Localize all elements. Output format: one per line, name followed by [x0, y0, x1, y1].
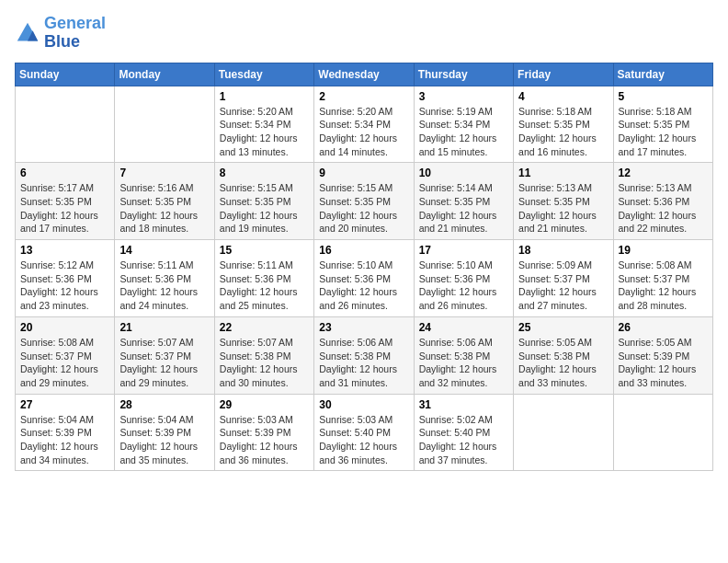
- day-number: 3: [419, 90, 508, 103]
- calendar-cell: 18Sunrise: 5:09 AM Sunset: 5:37 PM Dayli…: [514, 240, 613, 317]
- day-number: 18: [518, 244, 608, 257]
- calendar-week-row: 27Sunrise: 5:04 AM Sunset: 5:39 PM Dayli…: [16, 394, 713, 471]
- day-number: 15: [220, 244, 309, 257]
- day-info: Sunrise: 5:20 AM Sunset: 5:34 PM Dayligh…: [319, 105, 408, 159]
- calendar-cell: 4Sunrise: 5:18 AM Sunset: 5:35 PM Daylig…: [514, 86, 613, 163]
- calendar-cell: 14Sunrise: 5:11 AM Sunset: 5:36 PM Dayli…: [115, 240, 214, 317]
- day-info: Sunrise: 5:17 AM Sunset: 5:35 PM Dayligh…: [20, 181, 109, 236]
- calendar-cell: 23Sunrise: 5:06 AM Sunset: 5:38 PM Dayli…: [314, 316, 414, 394]
- day-info: Sunrise: 5:18 AM Sunset: 5:35 PM Dayligh…: [518, 105, 608, 159]
- day-number: 7: [119, 167, 209, 179]
- day-info: Sunrise: 5:08 AM Sunset: 5:37 PM Dayligh…: [619, 259, 708, 313]
- day-info: Sunrise: 5:12 AM Sunset: 5:36 PM Dayligh…: [20, 259, 109, 313]
- calendar-cell: 31Sunrise: 5:02 AM Sunset: 5:40 PM Dayli…: [414, 394, 513, 471]
- day-number: 27: [20, 398, 109, 411]
- day-number: 2: [319, 90, 408, 103]
- day-number: 24: [419, 321, 508, 334]
- day-number: 5: [619, 90, 708, 103]
- day-number: 30: [319, 398, 408, 411]
- day-number: 1: [220, 90, 309, 103]
- calendar-cell: 8Sunrise: 5:15 AM Sunset: 5:35 PM Daylig…: [214, 163, 313, 240]
- calendar-week-row: 13Sunrise: 5:12 AM Sunset: 5:36 PM Dayli…: [16, 240, 713, 317]
- calendar-cell: 11Sunrise: 5:13 AM Sunset: 5:35 PM Dayli…: [514, 163, 613, 240]
- logo-text: General Blue: [44, 15, 106, 52]
- day-number: 4: [518, 90, 608, 103]
- day-info: Sunrise: 5:07 AM Sunset: 5:38 PM Dayligh…: [220, 336, 309, 390]
- calendar-cell: 1Sunrise: 5:20 AM Sunset: 5:34 PM Daylig…: [214, 86, 313, 163]
- day-info: Sunrise: 5:13 AM Sunset: 5:36 PM Dayligh…: [619, 181, 708, 236]
- day-info: Sunrise: 5:03 AM Sunset: 5:40 PM Dayligh…: [319, 413, 408, 467]
- calendar-cell: 15Sunrise: 5:11 AM Sunset: 5:36 PM Dayli…: [214, 240, 313, 317]
- logo: General Blue: [15, 15, 106, 52]
- day-info: Sunrise: 5:06 AM Sunset: 5:38 PM Dayligh…: [319, 336, 408, 390]
- calendar-cell: 21Sunrise: 5:07 AM Sunset: 5:37 PM Dayli…: [115, 316, 214, 394]
- calendar-cell: 3Sunrise: 5:19 AM Sunset: 5:34 PM Daylig…: [414, 86, 513, 163]
- calendar-cell: 24Sunrise: 5:06 AM Sunset: 5:38 PM Dayli…: [414, 316, 513, 394]
- day-info: Sunrise: 5:11 AM Sunset: 5:36 PM Dayligh…: [119, 259, 209, 313]
- day-number: 19: [619, 244, 708, 257]
- day-info: Sunrise: 5:14 AM Sunset: 5:35 PM Dayligh…: [419, 181, 508, 236]
- calendar-cell: 2Sunrise: 5:20 AM Sunset: 5:34 PM Daylig…: [314, 86, 414, 163]
- page-header: General Blue: [15, 15, 713, 52]
- day-number: 16: [319, 244, 408, 257]
- day-info: Sunrise: 5:11 AM Sunset: 5:36 PM Dayligh…: [220, 259, 309, 313]
- day-info: Sunrise: 5:04 AM Sunset: 5:39 PM Dayligh…: [20, 413, 109, 467]
- weekday-header-wednesday: Wednesday: [314, 63, 414, 86]
- calendar-cell: 17Sunrise: 5:10 AM Sunset: 5:36 PM Dayli…: [414, 240, 513, 317]
- calendar-cell: 10Sunrise: 5:14 AM Sunset: 5:35 PM Dayli…: [414, 163, 513, 240]
- calendar-cell: 6Sunrise: 5:17 AM Sunset: 5:35 PM Daylig…: [16, 163, 115, 240]
- day-number: 11: [518, 167, 608, 179]
- day-info: Sunrise: 5:15 AM Sunset: 5:35 PM Dayligh…: [220, 181, 309, 236]
- day-number: 13: [20, 244, 109, 257]
- calendar-cell: 16Sunrise: 5:10 AM Sunset: 5:36 PM Dayli…: [314, 240, 414, 317]
- calendar-cell: 9Sunrise: 5:15 AM Sunset: 5:35 PM Daylig…: [314, 163, 414, 240]
- day-info: Sunrise: 5:16 AM Sunset: 5:35 PM Dayligh…: [119, 181, 209, 236]
- day-info: Sunrise: 5:15 AM Sunset: 5:35 PM Dayligh…: [319, 181, 408, 236]
- calendar-cell: [16, 86, 115, 163]
- calendar-cell: 22Sunrise: 5:07 AM Sunset: 5:38 PM Dayli…: [214, 316, 313, 394]
- day-info: Sunrise: 5:09 AM Sunset: 5:37 PM Dayligh…: [518, 259, 608, 313]
- day-number: 22: [220, 321, 309, 334]
- calendar-cell: [115, 86, 214, 163]
- day-info: Sunrise: 5:03 AM Sunset: 5:39 PM Dayligh…: [220, 413, 309, 467]
- calendar-cell: 19Sunrise: 5:08 AM Sunset: 5:37 PM Dayli…: [613, 240, 712, 317]
- day-number: 21: [119, 321, 209, 334]
- calendar-cell: 28Sunrise: 5:04 AM Sunset: 5:39 PM Dayli…: [115, 394, 214, 471]
- weekday-header-tuesday: Tuesday: [214, 63, 313, 86]
- day-number: 12: [619, 167, 708, 179]
- day-info: Sunrise: 5:05 AM Sunset: 5:38 PM Dayligh…: [518, 336, 608, 390]
- day-info: Sunrise: 5:13 AM Sunset: 5:35 PM Dayligh…: [518, 181, 608, 236]
- day-number: 29: [220, 398, 309, 411]
- calendar-cell: 5Sunrise: 5:18 AM Sunset: 5:35 PM Daylig…: [613, 86, 712, 163]
- day-info: Sunrise: 5:06 AM Sunset: 5:38 PM Dayligh…: [419, 336, 508, 390]
- day-number: 26: [619, 321, 708, 334]
- calendar-cell: 26Sunrise: 5:05 AM Sunset: 5:39 PM Dayli…: [613, 316, 712, 394]
- calendar-cell: 29Sunrise: 5:03 AM Sunset: 5:39 PM Dayli…: [214, 394, 313, 471]
- weekday-header-sunday: Sunday: [16, 63, 115, 86]
- day-info: Sunrise: 5:10 AM Sunset: 5:36 PM Dayligh…: [419, 259, 508, 313]
- day-number: 31: [419, 398, 508, 411]
- calendar-cell: 13Sunrise: 5:12 AM Sunset: 5:36 PM Dayli…: [16, 240, 115, 317]
- calendar-table: SundayMondayTuesdayWednesdayThursdayFrid…: [15, 63, 713, 472]
- day-number: 14: [119, 244, 209, 257]
- day-number: 23: [319, 321, 408, 334]
- calendar-cell: 20Sunrise: 5:08 AM Sunset: 5:37 PM Dayli…: [16, 316, 115, 394]
- calendar-cell: [613, 394, 712, 471]
- calendar-cell: 7Sunrise: 5:16 AM Sunset: 5:35 PM Daylig…: [115, 163, 214, 240]
- calendar-week-row: 6Sunrise: 5:17 AM Sunset: 5:35 PM Daylig…: [16, 163, 713, 240]
- calendar-week-row: 20Sunrise: 5:08 AM Sunset: 5:37 PM Dayli…: [16, 316, 713, 394]
- weekday-header-thursday: Thursday: [414, 63, 513, 86]
- calendar-cell: 30Sunrise: 5:03 AM Sunset: 5:40 PM Dayli…: [314, 394, 414, 471]
- calendar-cell: 27Sunrise: 5:04 AM Sunset: 5:39 PM Dayli…: [16, 394, 115, 471]
- weekday-header-friday: Friday: [514, 63, 613, 86]
- day-number: 8: [220, 167, 309, 179]
- weekday-header-monday: Monday: [115, 63, 214, 86]
- day-info: Sunrise: 5:10 AM Sunset: 5:36 PM Dayligh…: [319, 259, 408, 313]
- calendar-cell: 12Sunrise: 5:13 AM Sunset: 5:36 PM Dayli…: [613, 163, 712, 240]
- day-info: Sunrise: 5:20 AM Sunset: 5:34 PM Dayligh…: [220, 105, 309, 159]
- weekday-header-saturday: Saturday: [613, 63, 712, 86]
- day-info: Sunrise: 5:18 AM Sunset: 5:35 PM Dayligh…: [619, 105, 708, 159]
- day-number: 28: [119, 398, 209, 411]
- day-info: Sunrise: 5:07 AM Sunset: 5:37 PM Dayligh…: [119, 336, 209, 390]
- logo-icon: [15, 20, 40, 46]
